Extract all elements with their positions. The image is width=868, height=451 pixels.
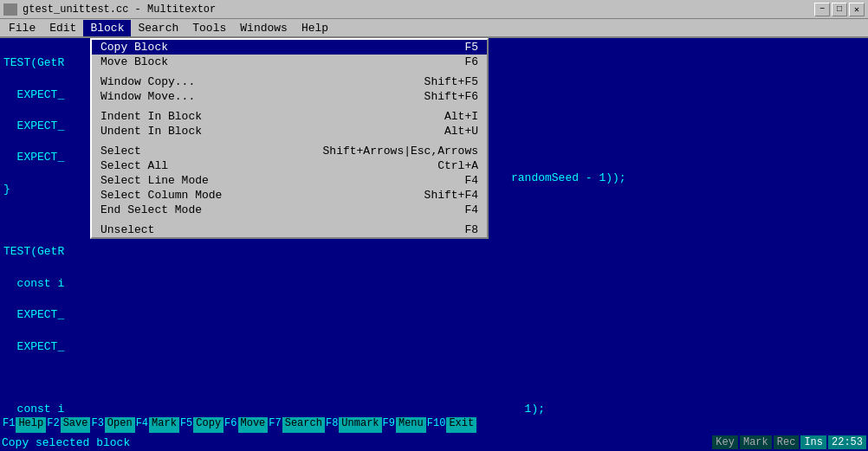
menu-select-all[interactable]: Select All Ctrl+A [92,158,487,173]
move-block-label: Move Block [100,55,168,68]
select-shortcut: Shift+Arrows|Esc,Arrows [323,145,478,158]
menu-file[interactable]: File [2,20,42,36]
select-column-shortcut: Shift+F4 [424,189,478,202]
menu-window-move[interactable]: Window Move... Shift+F6 [92,89,487,104]
indent-block-label: Indent In Block [100,110,202,123]
close-button[interactable]: ✕ [849,3,865,16]
menu-move-block[interactable]: Move Block F6 [92,55,487,69]
menu-end-select[interactable]: End Select Mode F4 [92,203,487,217]
window-copy-label: Window Copy... [100,75,195,88]
select-label: Select [100,145,141,158]
window-move-shortcut: Shift+F6 [424,90,478,103]
undent-block-shortcut: Alt+U [444,125,478,138]
menubar: File Edit Block Search Tools Windows Hel… [0,19,868,38]
badge-mark: Mark [740,435,772,449]
menu-select-column[interactable]: Select Column Mode Shift+F4 [92,188,487,203]
menu-copy-block[interactable]: Copy Block F5 [92,40,487,55]
titlebar-title: gtest_unittest.cc - Multitextor [23,3,216,16]
code-line: EXPECT_ [3,339,865,355]
select-all-label: Select All [100,159,168,172]
app-icon [3,3,17,16]
menu-unselect[interactable]: Unselect F8 [92,222,487,237]
select-column-label: Select Column Mode [100,189,222,202]
badge-rec: Rec [774,435,800,449]
unselect-shortcut: F8 [464,223,478,236]
end-select-shortcut: F4 [464,203,478,216]
window-move-label: Window Move... [100,90,195,103]
menu-select-line[interactable]: Select Line Mode F4 [92,173,487,188]
minimize-button[interactable]: − [814,3,830,16]
fn8[interactable]: F8Unmark [325,417,382,433]
statusbar: Copy selected block Key Mark Rec Ins 22:… [0,434,868,451]
status-right: Key Mark Rec Ins 22:53 [712,435,866,449]
block-menu: Copy Block F5 Move Block F6 Window Copy.… [90,38,489,239]
select-line-label: Select Line Mode [100,174,209,187]
window-copy-shortcut: Shift+F5 [424,75,478,88]
code-line: const i 1); [3,402,865,416]
indent-block-shortcut: Alt+I [444,110,478,123]
fn10[interactable]: F10Exit [426,417,476,433]
select-all-shortcut: Ctrl+A [437,159,478,172]
menu-window-copy[interactable]: Window Copy... Shift+F5 [92,74,487,89]
end-select-label: End Select Mode [100,203,202,216]
titlebar-controls: − □ ✕ [814,3,865,16]
menu-windows[interactable]: Windows [233,20,295,36]
menu-select[interactable]: Select Shift+Arrows|Esc,Arrows [92,144,487,158]
code-line: EXPECT_ [3,307,865,323]
menu-indent-block[interactable]: Indent In Block Alt+I [92,109,487,124]
fnkey-bar: F1Help F2Save F3Open F4Mark F5Copy F6Mov… [0,416,868,434]
fn4[interactable]: F4Mark [135,417,179,433]
menu-help[interactable]: Help [295,20,335,36]
status-text: Copy selected block [2,436,130,449]
select-line-shortcut: F4 [464,174,478,187]
code-line: const i [3,276,865,292]
fn3[interactable]: F3Open [90,417,134,433]
fn5[interactable]: F5Copy [179,417,223,433]
unselect-label: Unselect [100,223,154,236]
copy-block-label: Copy Block [100,41,168,54]
titlebar-left: gtest_unittest.cc - Multitextor [3,3,216,16]
maximize-button[interactable]: □ [832,3,847,16]
badge-key: Key [712,435,738,449]
fn1[interactable]: F1Help [2,417,46,433]
menu-tools[interactable]: Tools [185,20,233,36]
menu-block[interactable]: Block [83,20,131,36]
menu-edit[interactable]: Edit [42,20,83,36]
fn6[interactable]: F6Move [223,417,268,433]
undent-block-label: Undent In Block [100,125,202,138]
copy-block-shortcut: F5 [464,41,478,54]
fn7[interactable]: F7Search [268,417,325,433]
badge-ins: Ins [800,435,826,449]
badge-time: 22:53 [828,435,866,449]
menu-search[interactable]: Search [131,20,185,36]
titlebar: gtest_unittest.cc - Multitextor − □ ✕ [0,0,868,19]
fn9[interactable]: F9Menu [382,417,426,433]
code-line: TEST(GetRrandomSeed - 1)); [3,244,865,260]
move-block-shortcut: F6 [464,55,478,68]
code-line [3,370,865,386]
fn2[interactable]: F2Save [46,417,90,433]
menu-undent-block[interactable]: Undent In Block Alt+U [92,124,487,139]
